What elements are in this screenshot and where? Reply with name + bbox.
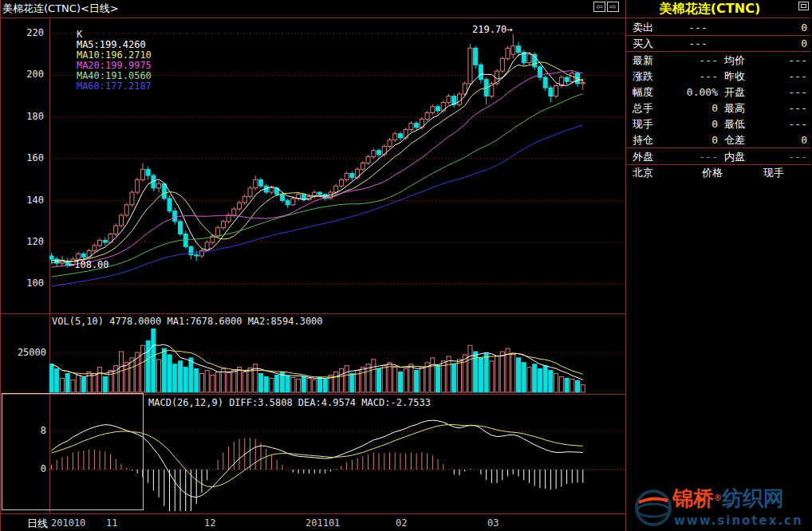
ticklist-col-price: 价格 xyxy=(702,166,723,180)
label-low: 最低 xyxy=(724,117,745,132)
ticklist-col-vol: 现手 xyxy=(763,166,784,180)
label-high: 最高 xyxy=(724,101,745,116)
price-y-axis-label: 100 xyxy=(0,278,44,289)
quote-row-openint: 持仓 0 仓差 0 xyxy=(626,133,812,148)
label-oichange: 仓差 xyxy=(724,133,745,148)
volume-y-axis-label: 25000 xyxy=(0,348,46,358)
x-axis-label: 12 xyxy=(204,517,215,529)
macd-gutter-selection-box[interactable] xyxy=(2,393,144,510)
buy-row: 买入 --- 0 xyxy=(626,37,812,51)
ma5-value: MA5:199.4260 xyxy=(77,39,146,50)
sell-label: 卖出 xyxy=(633,21,653,35)
value-outer: --- xyxy=(666,150,718,164)
x-axis-label: 03 xyxy=(487,517,499,529)
x-axis-label: 11 xyxy=(106,517,117,529)
logo-reg-mark: ® xyxy=(714,494,722,502)
ma20-value: MA20:199.9975 xyxy=(77,60,152,71)
label-latest: 最新 xyxy=(633,53,653,68)
value-open: --- xyxy=(758,85,807,100)
nav-forward-button[interactable]: ⇨ xyxy=(607,2,619,12)
quote-row-change: 涨跌 --- 昨收 --- xyxy=(626,69,812,84)
value-inner: --- xyxy=(758,150,807,164)
ma40-value: MA40:191.0560 xyxy=(77,70,152,81)
low-annotation: ←108.00 xyxy=(69,260,109,270)
quote-row-range: 幅度 0.00% 开盘 --- xyxy=(626,85,812,100)
logo-url: www.sinotex.cn xyxy=(674,513,803,528)
value-curvol: 0 xyxy=(666,117,718,132)
x-axis-label: 02 xyxy=(396,517,407,529)
value-prevclose: --- xyxy=(758,69,807,84)
arrow-right-icon: ⇨ xyxy=(609,2,616,11)
logo-brand2: 纺织网 xyxy=(722,486,784,510)
value-range: 0.00% xyxy=(666,85,718,100)
buy-qty: 0 xyxy=(758,37,807,51)
volume-indicator-line: VOL(5,10) 4778.0000 MA1:7678.6000 MA2:85… xyxy=(52,317,323,327)
quote-panel-title: 美棉花连(CTNC) xyxy=(626,1,794,17)
ma-indicator-line: K MA5:199.4260 MA10:196.2710 MA20:199.99… xyxy=(53,19,152,102)
price-y-axis-label: 220 xyxy=(0,28,44,38)
value-latest: --- xyxy=(666,53,718,68)
price-y-axis-label: 140 xyxy=(0,195,44,206)
value-oichange: 0 xyxy=(758,133,807,148)
price-y-axis-label: 200 xyxy=(0,69,44,80)
macd-axis-divider xyxy=(0,513,625,514)
sell-price: --- xyxy=(670,21,726,35)
value-openint: 0 xyxy=(666,133,718,148)
label-avgprice: 均价 xyxy=(724,53,745,68)
high-annotation: 219.70→ xyxy=(472,25,513,35)
ticklist-col-city: 北京 xyxy=(633,166,653,180)
price-y-axis-label: 160 xyxy=(0,153,44,163)
value-avgprice: --- xyxy=(758,53,807,68)
label-prevclose: 昨收 xyxy=(724,69,745,84)
value-change: --- xyxy=(666,69,718,84)
value-high: --- xyxy=(758,101,807,116)
x-axis-label: 201010 xyxy=(51,517,85,529)
label-open: 开盘 xyxy=(724,85,745,100)
sell-row: 卖出 --- 0 xyxy=(626,21,812,35)
buy-label: 买入 xyxy=(633,37,653,51)
sell-qty: 0 xyxy=(758,21,807,35)
logo-brand: 锦桥 xyxy=(672,486,714,510)
buy-price: --- xyxy=(670,37,726,51)
window-title: 美棉花连(CTNC)<日线> xyxy=(2,2,119,15)
label-totalvol: 总手 xyxy=(633,101,653,116)
macd-indicator-line: MACD(26,12,9) DIFF:3.5808 DEA:4.9574 MAC… xyxy=(148,398,431,408)
period-label: 日线 xyxy=(0,517,48,529)
label-range: 幅度 xyxy=(633,85,653,100)
sinotex-logo: 锦桥®纺织网 www.sinotex.cn xyxy=(633,482,810,531)
quote-row-latest: 最新 --- 均价 --- xyxy=(626,53,812,68)
label-inner: 内盘 xyxy=(724,150,745,164)
maximize-icon[interactable] xyxy=(798,2,809,10)
volume-bars xyxy=(49,329,585,392)
k-label: K xyxy=(77,29,82,40)
label-curvol: 现手 xyxy=(633,117,653,132)
app-window: 美棉花连(CTNC)<日线> ⇦ ⇨ K MA5:199.4260 MA10:1… xyxy=(0,0,812,531)
nav-back-button[interactable]: ⇦ xyxy=(593,2,605,12)
price-y-axis-label: 180 xyxy=(0,112,44,122)
ma10-value: MA10:196.2710 xyxy=(77,49,152,61)
ma60-value: MA60:177.2187 xyxy=(77,81,152,92)
label-outer: 外盘 xyxy=(633,150,653,164)
value-low: --- xyxy=(758,117,807,132)
quote-panel: 美棉花连(CTNC) 卖出 --- 0 买入 --- 0 最新 --- 均价 -… xyxy=(626,0,812,531)
x-axis-label: 201101 xyxy=(305,517,340,529)
label-change: 涨跌 xyxy=(633,69,653,84)
price-y-axis-label: 120 xyxy=(0,237,44,247)
arrow-left-icon: ⇦ xyxy=(596,2,602,11)
quote-row-outer-inner: 外盘 --- 内盘 --- xyxy=(626,150,812,164)
quote-row-totalvol: 总手 0 最高 --- xyxy=(626,101,812,116)
label-openint: 持仓 xyxy=(633,133,653,148)
quote-row-curvol: 现手 0 最低 --- xyxy=(626,117,812,132)
value-totalvol: 0 xyxy=(666,101,718,116)
ticklist-header: 北京 价格 现手 xyxy=(626,166,812,180)
